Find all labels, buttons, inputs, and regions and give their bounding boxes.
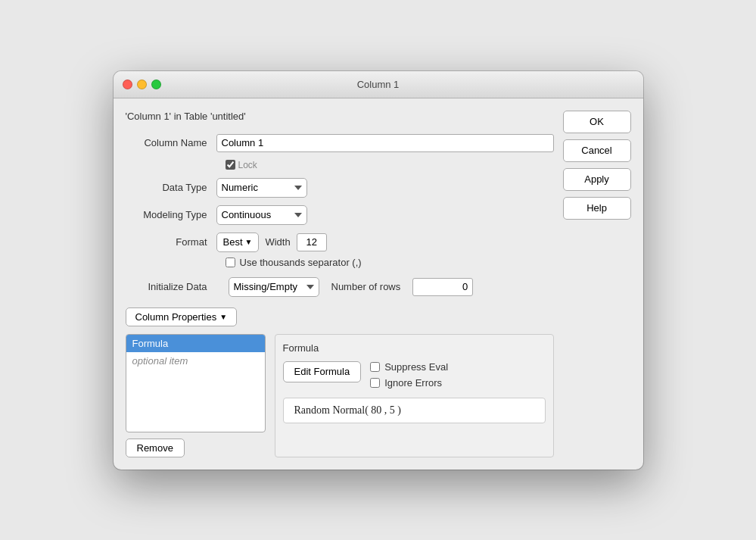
column-properties-arrow-icon: ▼: [219, 313, 227, 321]
modeling-type-select[interactable]: Continuous: [216, 205, 307, 225]
num-rows-label: Number of rows: [331, 281, 401, 292]
data-type-row: Data Type Numeric: [126, 178, 554, 198]
modeling-type-label: Modeling Type: [126, 209, 216, 220]
data-type-label: Data Type: [126, 182, 216, 193]
close-button[interactable]: [123, 80, 132, 89]
lock-row: Lock: [226, 160, 554, 170]
formula-panel-controls: Edit Formula Suppress Eval Ignore Errors: [283, 361, 546, 389]
help-button[interactable]: Help: [563, 197, 631, 220]
suppress-eval-label: Suppress Eval: [384, 361, 448, 373]
remove-button[interactable]: Remove: [126, 439, 185, 457]
column-properties-button[interactable]: Column Properties ▼: [126, 307, 238, 326]
bottom-panel: Formula optional item Remove Formula Edi…: [126, 334, 554, 457]
column-name-input[interactable]: [216, 134, 554, 152]
suppress-eval-row: Suppress Eval: [370, 361, 448, 373]
format-best-label: Best: [223, 236, 243, 248]
titlebar-buttons: [123, 80, 161, 89]
main-window: Column 1 'Column 1' in Table 'untitled' …: [114, 71, 643, 470]
apply-button[interactable]: Apply: [563, 168, 631, 191]
format-best-button[interactable]: Best ▼: [216, 233, 260, 252]
format-label: Format: [126, 236, 216, 248]
column-name-label: Column Name: [126, 137, 216, 148]
window-title: Column 1: [357, 79, 400, 90]
ignore-errors-label: Ignore Errors: [384, 377, 442, 389]
width-label: Width: [265, 236, 290, 248]
minimize-button[interactable]: [137, 80, 147, 89]
init-data-label: Initialize Data: [126, 281, 216, 292]
ok-button[interactable]: OK: [563, 111, 631, 133]
list-item-formula[interactable]: Formula: [126, 335, 265, 352]
list-item-optional[interactable]: optional item: [126, 352, 265, 370]
subtitle-label: 'Column 1' in Table 'untitled': [126, 111, 554, 122]
width-input[interactable]: [297, 233, 327, 251]
suppress-eval-checkbox[interactable]: [370, 362, 380, 372]
list-col: Formula optional item Remove: [126, 334, 266, 457]
column-name-row: Column Name: [126, 134, 554, 152]
formula-display: Random Normal( 80 , 5 ): [283, 398, 546, 423]
separator-label: Use thousands separator (,): [240, 257, 362, 268]
format-controls: Best ▼ Width: [216, 233, 327, 252]
formula-panel: Formula Edit Formula Suppress Eval Ignor…: [275, 334, 554, 457]
column-properties-label: Column Properties: [135, 311, 217, 323]
modeling-type-row: Modeling Type Continuous: [126, 205, 554, 225]
formula-panel-title: Formula: [283, 342, 546, 354]
edit-formula-button[interactable]: Edit Formula: [283, 361, 362, 382]
init-data-select[interactable]: Missing/Empty: [229, 277, 319, 297]
lock-checkbox[interactable]: [226, 160, 235, 170]
formula-checkboxes: Suppress Eval Ignore Errors: [370, 361, 448, 389]
separator-checkbox[interactable]: [226, 258, 235, 267]
ignore-errors-row: Ignore Errors: [370, 377, 448, 389]
num-rows-input[interactable]: [412, 278, 473, 296]
maximize-button[interactable]: [151, 80, 161, 89]
data-type-select[interactable]: Numeric: [216, 178, 307, 198]
cancel-button[interactable]: Cancel: [563, 139, 631, 162]
init-data-row: Initialize Data Missing/Empty Number of …: [126, 277, 554, 297]
titlebar: Column 1: [114, 71, 643, 98]
side-buttons: OK Cancel Apply Help: [563, 111, 631, 457]
format-row: Format Best ▼ Width: [126, 233, 554, 252]
properties-list: Formula optional item: [126, 334, 266, 432]
format-arrow-icon: ▼: [245, 238, 253, 246]
main-panel: 'Column 1' in Table 'untitled' Column Na…: [126, 111, 554, 457]
ignore-errors-checkbox[interactable]: [370, 378, 380, 388]
content-area: 'Column 1' in Table 'untitled' Column Na…: [114, 98, 643, 470]
separator-row: Use thousands separator (,): [226, 257, 554, 268]
lock-label: Lock: [238, 160, 257, 170]
